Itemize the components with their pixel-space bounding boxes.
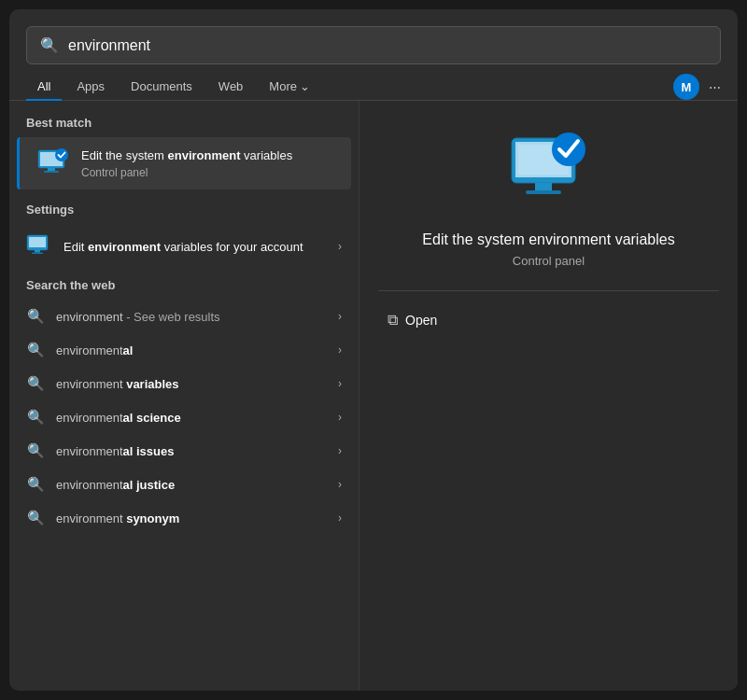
- chevron-right-icon-0: ›: [338, 310, 342, 323]
- right-divider: [378, 290, 719, 291]
- best-match-item[interactable]: Edit the system environment variables Co…: [17, 137, 351, 189]
- web-search-section: Search the web 🔍 environment - See web r…: [9, 269, 359, 535]
- web-search-icon-3: 🔍: [26, 409, 45, 426]
- svg-rect-12: [535, 183, 552, 190]
- svg-point-14: [552, 133, 585, 166]
- best-match-subtitle: Control panel: [81, 166, 334, 179]
- more-options-icon[interactable]: ⋯: [709, 80, 721, 94]
- tab-documents[interactable]: Documents: [120, 74, 204, 101]
- best-match-title: Edit the system environment variables: [81, 147, 334, 164]
- chevron-right-icon-4: ›: [338, 444, 342, 457]
- right-panel: Edit the system environment variables Co…: [359, 101, 738, 691]
- web-item-4[interactable]: 🔍 environmental issues ›: [9, 434, 359, 468]
- best-match-text: Edit the system environment variables Co…: [81, 147, 334, 179]
- web-item-text-4: environmental issues: [56, 444, 327, 458]
- chevron-down-icon: ⌄: [300, 79, 310, 93]
- tabs-right: M ⋯: [673, 74, 721, 100]
- chevron-right-icon-5: ›: [338, 478, 342, 491]
- web-item-text-5: environmental justice: [56, 478, 327, 492]
- search-panel: 🔍 All Apps Documents Web More ⌄ M ⋯ Best…: [9, 9, 738, 691]
- settings-item-env-account[interactable]: Edit environment variables for your acco…: [9, 224, 359, 269]
- app-large-icon: [507, 129, 591, 213]
- avatar[interactable]: M: [673, 74, 699, 100]
- web-search-icon-6: 🔍: [26, 510, 45, 526]
- chevron-right-icon-1: ›: [338, 343, 342, 357]
- web-item-text-0: environment - See web results: [56, 310, 327, 324]
- web-search-icon-2: 🔍: [26, 375, 45, 392]
- web-item-text-3: environmental science: [56, 411, 327, 425]
- tab-web[interactable]: Web: [207, 74, 255, 101]
- open-button[interactable]: ⧉ Open: [378, 306, 446, 334]
- chevron-right-icon-6: ›: [338, 511, 342, 525]
- web-item-0[interactable]: 🔍 environment - See web results ›: [9, 300, 359, 333]
- tab-more-label: More: [269, 79, 297, 93]
- open-icon: ⧉: [388, 312, 398, 329]
- web-item-text-6: environment synonym: [56, 511, 327, 525]
- svg-rect-3: [44, 171, 59, 173]
- svg-rect-7: [35, 250, 40, 253]
- system-properties-icon: [36, 147, 70, 180]
- tab-more[interactable]: More ⌄: [258, 74, 321, 101]
- tab-all[interactable]: All: [26, 74, 62, 101]
- chevron-right-icon: ›: [338, 240, 342, 253]
- web-search-icon-0: 🔍: [26, 308, 45, 325]
- web-item-3[interactable]: 🔍 environmental science ›: [9, 400, 359, 434]
- svg-rect-8: [32, 253, 43, 255]
- web-search-icon-4: 🔍: [26, 442, 45, 459]
- web-item-6[interactable]: 🔍 environment synonym ›: [9, 501, 359, 535]
- chevron-right-icon-3: ›: [338, 411, 342, 424]
- svg-point-4: [55, 148, 68, 161]
- settings-item-text: Edit environment variables for your acco…: [63, 240, 327, 254]
- search-bar[interactable]: 🔍: [26, 26, 721, 64]
- settings-env-icon: [26, 233, 52, 259]
- svg-rect-13: [526, 190, 561, 194]
- svg-rect-2: [48, 168, 55, 171]
- open-label: Open: [405, 313, 437, 328]
- web-search-label: Search the web: [9, 278, 359, 300]
- web-item-text-1: environmental: [56, 343, 327, 357]
- right-panel-title: Edit the system environment variables: [422, 231, 674, 248]
- main-content: Best match Edit the system environment v…: [9, 101, 738, 691]
- best-match-label: Best match: [9, 116, 359, 137]
- tabs-bar: All Apps Documents Web More ⌄ M ⋯: [9, 64, 738, 101]
- settings-section: Settings Edit environment variables for …: [9, 189, 359, 269]
- web-item-text-2: environment variables: [56, 377, 327, 391]
- search-input[interactable]: [68, 37, 707, 54]
- search-icon: 🔍: [40, 36, 59, 54]
- svg-rect-6: [29, 237, 46, 247]
- tab-apps[interactable]: Apps: [65, 74, 116, 101]
- web-item-5[interactable]: 🔍 environmental justice ›: [9, 468, 359, 501]
- web-item-1[interactable]: 🔍 environmental ›: [9, 333, 359, 367]
- right-panel-subtitle: Control panel: [513, 254, 585, 268]
- web-item-2[interactable]: 🔍 environment variables ›: [9, 367, 359, 400]
- chevron-right-icon-2: ›: [338, 377, 342, 390]
- settings-label: Settings: [9, 203, 359, 224]
- web-search-icon-1: 🔍: [26, 342, 45, 358]
- web-search-icon-5: 🔍: [26, 476, 45, 493]
- left-panel: Best match Edit the system environment v…: [9, 101, 359, 691]
